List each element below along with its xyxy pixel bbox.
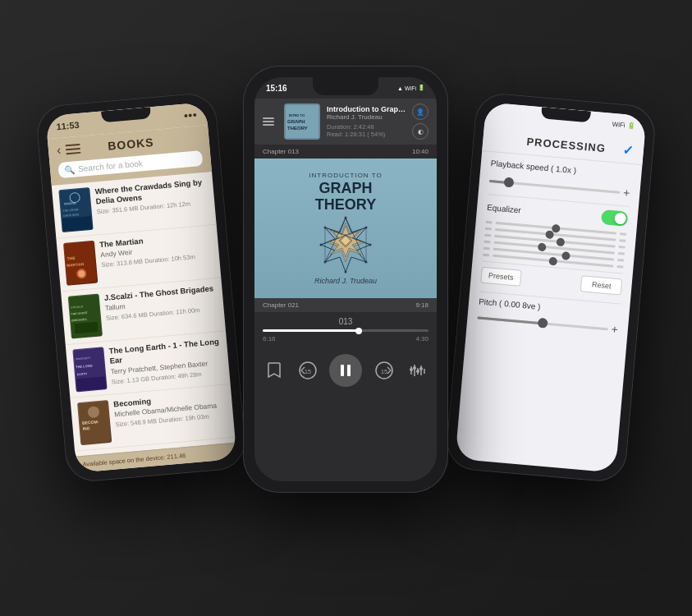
reset-button[interactable]: Reset	[580, 275, 622, 295]
left-screen: 11:53 ●●● ‹ BOOKS	[45, 102, 236, 472]
progress-total: 4:30	[415, 335, 428, 342]
svg-rect-54	[341, 365, 344, 376]
book-cover-brigades: J.SCALZITHE GHOSTBRIGADES	[68, 294, 103, 339]
chapter-013-time: 10:40	[412, 148, 428, 155]
svg-text:THE: THE	[66, 255, 76, 261]
phone-right: WiFi 🔋 PROCESSING ✓ Playback speed ( 1.0…	[444, 91, 657, 483]
player-top-bar: INTRO TO GRAPH THEORY Introduction to Gr…	[254, 99, 437, 145]
cover-star-graphic	[317, 216, 374, 274]
playback-plus-icon[interactable]: +	[623, 186, 631, 200]
pitch-plus-icon[interactable]: +	[611, 323, 619, 337]
back-button[interactable]: ‹	[56, 143, 62, 158]
svg-text:GRAPH: GRAPH	[287, 119, 305, 124]
book-cover-martian: THEMARTIAN	[63, 241, 98, 286]
eq-left-line	[483, 241, 490, 244]
svg-point-64	[413, 366, 416, 370]
eq-thumb-3	[557, 237, 566, 246]
player-duration: Duration: 2:42:48	[327, 123, 406, 131]
book-cover-longearth: PRATCHETTTHE LONGEARTH	[72, 347, 107, 392]
processing-title: PROCESSING	[509, 134, 624, 156]
svg-text:ING: ING	[82, 425, 89, 431]
book-info-longearth: The Long Earth - 1 - The Long Ear Terry …	[108, 337, 223, 385]
book-info-crawdads: Where the Crawdads Sing by Delia Owens S…	[94, 177, 209, 215]
menu-icon-left[interactable]	[66, 144, 81, 155]
svg-point-66	[419, 367, 423, 370]
right-status-icons: WiFi 🔋	[612, 120, 636, 129]
player-read: Read: 1:28:31 ( 54%)	[327, 131, 406, 138]
progress-times: 6:16 4:30	[263, 335, 428, 342]
svg-text:15: 15	[381, 369, 387, 375]
eq-left-line	[486, 221, 493, 224]
search-icon: 🔍	[65, 165, 76, 175]
progress-fill	[263, 329, 359, 332]
svg-point-65	[416, 370, 419, 373]
eq-right-line	[618, 246, 625, 249]
svg-point-42	[345, 271, 347, 274]
player-icon-moon[interactable]: ◐	[412, 123, 428, 140]
forward-button[interactable]: 15	[373, 359, 396, 382]
eq-left-line	[483, 254, 489, 257]
track-number: 013	[263, 317, 428, 326]
eq-thumb-4	[538, 242, 547, 251]
center-time: 15:16	[266, 84, 287, 93]
player-controls: 15 15	[254, 347, 437, 395]
equalizer-toggle[interactable]	[601, 209, 628, 227]
chapter-021-label: Chapter 021	[263, 301, 299, 309]
eq-right-line	[618, 252, 625, 255]
chapter-013-bar: Chapter 013 10:40	[254, 145, 437, 159]
progress-bar[interactable]	[263, 329, 428, 332]
player-icon-person[interactable]: 👤	[412, 103, 428, 120]
equalizer-label: Equalizer	[487, 202, 522, 214]
eq-left-line	[483, 247, 490, 251]
book-info-martian: The Martian Andy Weir Size: 313.8 MB Dur…	[99, 230, 213, 269]
chapter-021-bar: Chapter 021 9:18	[254, 298, 437, 312]
presets-button[interactable]: Presets	[480, 267, 521, 287]
player-author: Richard J. Trudeau	[327, 113, 406, 121]
eq-left-line	[485, 228, 492, 231]
pause-button[interactable]	[329, 354, 362, 387]
svg-rect-4	[62, 216, 92, 232]
cover-author: Richard J. Trudeau	[314, 277, 377, 285]
book-info-brigades: J.Scalzi - The Ghost Brigades Tallum Siz…	[103, 283, 218, 322]
player-book-title: Introduction to Graph T...	[327, 105, 406, 113]
phone-center: 15:16 ▲ WiFi 🔋 INTRO TO	[243, 66, 448, 493]
svg-point-63	[410, 368, 413, 371]
book-info-becoming: Becoming Michelle Obama/Michelle Obama S…	[113, 390, 227, 429]
progress-thumb	[355, 328, 362, 334]
eq-right-line	[619, 239, 626, 242]
svg-rect-20	[76, 376, 106, 391]
hamburger-icon[interactable]	[263, 117, 274, 126]
cover-subtitle: INTRODUCTION TO	[309, 172, 382, 179]
pitch-thumb	[538, 318, 548, 329]
book-list: WHERETHE CRAW-DADS SING Where the Crawda…	[52, 172, 236, 457]
mini-cover: INTRO TO GRAPH THEORY	[284, 103, 320, 140]
svg-text:INTRO TO: INTRO TO	[289, 113, 305, 117]
playback-thumb	[503, 177, 514, 188]
eq-thumb-2	[545, 230, 554, 239]
right-screen: WiFi 🔋 PROCESSING ✓ Playback speed ( 1.0…	[455, 102, 646, 472]
center-screen: 15:16 ▲ WiFi 🔋 INTRO TO	[254, 77, 437, 481]
rewind-button[interactable]: 15	[296, 359, 319, 382]
eq-right-line	[616, 265, 623, 269]
progress-area: 013 6:16 4:30	[254, 312, 437, 347]
eq-left-line	[484, 234, 491, 237]
svg-rect-15	[75, 322, 99, 333]
eq-thumb-5	[561, 251, 571, 260]
equalizer-button[interactable]	[406, 359, 428, 382]
check-button[interactable]: ✓	[622, 142, 635, 159]
center-status-icon: ▲ WiFi 🔋	[401, 84, 425, 92]
book-cover-crawdads: WHERETHE CRAW-DADS SING	[58, 187, 93, 232]
playback-speed-track[interactable]	[489, 179, 620, 193]
center-notch	[313, 77, 378, 95]
cover-title: GRAPHTHEORY	[315, 181, 376, 214]
book-cover-becoming: BECOM-ING	[77, 400, 112, 445]
processing-content: Playback speed ( 1.0x ) + Equalizer	[455, 151, 642, 473]
wifi-icon: WiFi	[612, 120, 626, 128]
player-top-icons: 👤 ◐	[412, 103, 428, 140]
bookmark-button[interactable]	[263, 359, 286, 382]
pitch-row: Pitch ( 0.00 8ve ) +	[477, 297, 620, 336]
pitch-track[interactable]	[477, 316, 607, 330]
playback-speed-label: Playback speed ( 1.0x )	[490, 159, 576, 175]
progress-current: 6:16	[263, 335, 276, 342]
eq-slider-row-6[interactable]	[483, 254, 624, 269]
